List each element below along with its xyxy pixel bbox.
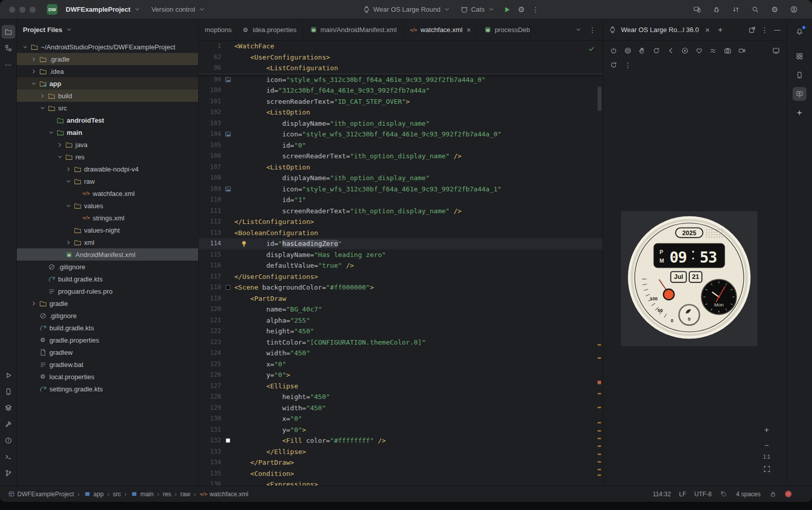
gutter[interactable]: 132 (199, 435, 234, 446)
tree-item-build-gradle-kts[interactable]: build.gradle.kts (17, 322, 198, 334)
gutter[interactable]: 113 (199, 228, 234, 239)
chevron-down-icon[interactable] (38, 105, 46, 111)
problems-tool-button[interactable] (2, 434, 15, 447)
screenshot-button[interactable] (721, 44, 734, 57)
sync-project-icon[interactable] (729, 3, 743, 16)
code-line-113[interactable]: 113<BooleanConfiguration (199, 228, 603, 239)
stripe-mark[interactable] (598, 474, 601, 476)
code-line-133[interactable]: 133 </Ellipse> (199, 446, 603, 458)
project-menu-button[interactable]: DWFExampleProject (62, 4, 145, 16)
tree-item-src[interactable]: src (17, 102, 198, 114)
watch-face-preview[interactable]: 2025 P M 09 53 Jul 21 (624, 213, 755, 345)
lock-icon[interactable] (769, 490, 777, 498)
screenshot-frame-button[interactable] (761, 463, 772, 474)
close-device-tab-icon[interactable]: × (703, 26, 712, 34)
stripe-mark[interactable] (598, 469, 601, 470)
chevron-down-icon[interactable] (64, 203, 72, 209)
run-button[interactable] (500, 3, 513, 16)
gutter[interactable]: 96 (199, 63, 234, 74)
breadcrumb-src[interactable]: src (113, 491, 121, 498)
code-line-135[interactable]: 135 <Condition> (199, 468, 603, 479)
hide-device-panel-button[interactable]: — (773, 26, 781, 34)
chevron-down-icon[interactable] (56, 154, 64, 160)
chevron-right-icon[interactable] (30, 300, 38, 307)
gutter[interactable]: 130 (199, 413, 234, 424)
code-line-125[interactable]: 125 x="0" (199, 359, 603, 370)
gutter[interactable]: 105 (199, 140, 234, 151)
gutter[interactable]: 107 (199, 162, 234, 173)
more-tool-windows-button[interactable]: ⋯ (2, 58, 15, 71)
stripe-mark[interactable] (598, 461, 601, 463)
tree-item-gradlew[interactable]: gradlew (17, 346, 198, 358)
code-editor[interactable]: 1<WatchFace62 <UserConfigurations>96 <Li… (199, 41, 603, 486)
tab-list-dropdown[interactable] (574, 26, 582, 34)
chevron-down-icon[interactable] (47, 129, 55, 136)
tree-item-proguard-rules-pro[interactable]: proguard-rules.pro (17, 285, 198, 297)
gutter[interactable]: 121 (199, 315, 234, 326)
code-line-105[interactable]: 105 id="0" (199, 140, 603, 151)
code-line-99[interactable]: 99 icon="style_wfs_312c30bf_f64a_461e_9c… (199, 74, 603, 86)
stripe-mark[interactable] (598, 454, 601, 455)
terminal-tool-button[interactable] (2, 450, 15, 464)
tab-watchface[interactable]: </>watchface.xml× (403, 19, 478, 40)
gutter[interactable]: 117 (199, 271, 234, 282)
code-line-111[interactable]: 111 screenReaderText="ith_option_display… (199, 206, 603, 217)
code-line-115[interactable]: 115 displayName="Has leading zero" (199, 249, 603, 261)
code-line-114[interactable]: 114 id="hasLeadingZero" (199, 238, 603, 249)
gutter[interactable]: 101 (199, 96, 234, 107)
gutter[interactable]: 134 (199, 457, 234, 468)
code-line-62[interactable]: 62 <UserConfigurations> (199, 52, 603, 63)
tree-item-raw[interactable]: raw (17, 175, 198, 187)
device-tab-title[interactable]: Wear OS Large Ro...l 36.0 (621, 26, 699, 34)
chevron-down-icon[interactable] (30, 80, 38, 87)
chevron-right-icon[interactable] (30, 68, 38, 75)
tree-item-main[interactable]: main (17, 126, 198, 138)
code-line-131[interactable]: 131 y="0"> (199, 424, 603, 436)
tree-item-res[interactable]: res (17, 151, 198, 163)
tree-item-gradle[interactable]: gradle (17, 297, 198, 309)
minimize-window-button[interactable] (19, 7, 25, 13)
stripe-mark[interactable] (598, 407, 601, 408)
tree-item-idea[interactable]: .idea (17, 65, 198, 77)
notifications-button[interactable] (793, 25, 806, 39)
tag-icon[interactable] (720, 490, 728, 498)
gutter[interactable]: 112 (199, 216, 234, 228)
version-control-tool-button[interactable] (2, 466, 15, 480)
profiler-tool-button[interactable] (2, 401, 15, 415)
gutter[interactable]: 62 (199, 52, 234, 63)
inspections-status-icon[interactable] (587, 45, 596, 53)
gutter[interactable]: 136 (199, 479, 234, 486)
device-mirror-icon[interactable] (691, 3, 704, 16)
stripe-mark[interactable] (598, 422, 601, 423)
code-line-132[interactable]: 132 <Fill color="#ffffffff" /> (199, 435, 603, 446)
indent-indicator[interactable]: 4 spaces (736, 491, 761, 498)
color-swatch-black[interactable] (226, 285, 230, 290)
code-line-107[interactable]: 107 <ListOption (199, 162, 603, 173)
line-separator-indicator[interactable]: LF (679, 491, 686, 498)
code-line-117[interactable]: 117</UserConfigurations> (199, 271, 603, 282)
stripe-mark[interactable] (598, 357, 601, 359)
code-line-128[interactable]: 128 height="450" (199, 391, 603, 403)
tree-item-androidtest[interactable]: androidTest (17, 114, 198, 126)
gutter[interactable]: 124 (199, 348, 234, 359)
stripe-mark[interactable] (598, 438, 601, 439)
tree-item-xml[interactable]: xml (17, 236, 198, 248)
breadcrumb-raw[interactable]: raw (180, 491, 190, 498)
breadcrumb-app[interactable]: app (83, 490, 103, 498)
add-device-tab-button[interactable]: + (716, 26, 724, 34)
gutter[interactable]: 119 (199, 293, 234, 304)
zoom-out-button[interactable]: − (761, 439, 772, 450)
highlighting-level-indicator[interactable] (785, 491, 792, 497)
tree-item-drawable-nodpi-v4[interactable]: drawable-nodpi-v4 (17, 163, 198, 175)
code-line-118[interactable]: 118<Scene backgroundColor="#ff000000"> (199, 282, 603, 293)
tree-item-settings-gradle-kts[interactable]: settings.gradle.kts (17, 383, 198, 395)
code-line-106[interactable]: 106 screenReaderText="ith_option_display… (199, 151, 603, 162)
gutter[interactable]: 106 (199, 151, 234, 162)
device-explorer-button[interactable] (793, 49, 806, 63)
gutter[interactable]: 129 (199, 403, 234, 414)
code-line-130[interactable]: 130 x="0" (199, 413, 603, 424)
tree-item-strings-xml[interactable]: </>strings.xml (17, 212, 198, 224)
tree-item-gradlew-bat[interactable]: gradlew.bat (17, 358, 198, 371)
tree-item-build[interactable]: build (17, 90, 198, 102)
device-panel-kebab[interactable]: ⋮ (761, 26, 769, 34)
